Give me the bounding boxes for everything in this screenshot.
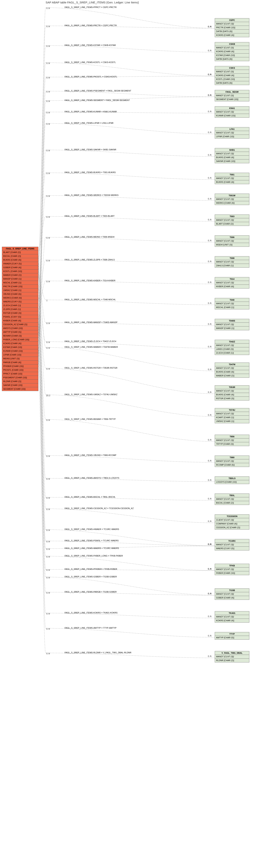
cardinality-right: 0..N	[208, 111, 211, 113]
main-field: FKBER_LONG [CHAR (16)]	[2, 338, 38, 342]
cardinality-left: 0..N	[46, 100, 50, 102]
main-field: RSTGR [CHAR (3)]	[2, 311, 38, 315]
target-field: MANDT [CLNT (3)]	[215, 218, 249, 222]
cardinality-left: 0..N	[46, 529, 50, 531]
main-field: SEGMENT [CHAR (10)]	[2, 387, 38, 391]
target-table: TBSLMANDT [CLNT (3)]BSCHL [CHAR (2)]	[215, 494, 249, 505]
cardinality-right: 0..N	[208, 131, 211, 133]
main-field: HWAER [CUKY (5)]	[2, 262, 38, 266]
target-field: MABER [CHAR (2)]	[215, 374, 249, 377]
relation-label: FAGL_S_SREP_LINE_ITEMS-ZLSPR = T008-ZAHL…	[64, 258, 115, 261]
relation-label: FAGL_S_SREP_LINE_ITEMS-RSTGR = T053R-RST…	[64, 367, 117, 369]
target-table-header: SKB1	[215, 148, 249, 152]
relation-label: FAGL_S_SREP_LINE_ITEMS-AWSYS = TBDLS-LOG…	[64, 477, 119, 479]
main-field: PSEGMENT [CHAR (10)]	[2, 376, 38, 380]
cardinality-right: 0..N	[208, 391, 211, 393]
target-table-header: T014	[215, 277, 249, 281]
target-table-header: TCESSION	[215, 515, 249, 518]
target-table-header: TGSB	[215, 589, 249, 592]
target-field: MANDT [CLNT (3)]	[215, 239, 249, 243]
target-field: UMSKZ [CHAR (1)]	[215, 420, 249, 423]
main-field: WAERS [CUKY (5)]	[2, 300, 38, 304]
target-field: KOART [CHAR (1)]	[215, 416, 249, 420]
target-field: MANDT [CLNT (3)]	[215, 70, 249, 74]
target-field: MANDT [CLNT (3)]	[215, 260, 249, 264]
main-field: UMSKZ [CHAR (1)]	[2, 288, 38, 292]
relation-label: FAGL_S_SREP_LINE_ITEMS-BUKRS = T001-BUKR…	[64, 171, 116, 174]
target-field: MANDT [CLNT (3)]	[215, 131, 249, 135]
target-field: KOKRS [CHAR (4)]	[215, 33, 249, 37]
main-field: KOSTL [CHAR (10)]	[2, 270, 38, 273]
target-field: ZAHLS [CHAR (1)]	[215, 264, 249, 268]
cardinality-left: 0..N	[46, 341, 50, 343]
relation-label: FAGL_S_SREP_LINE_ITEMS-MABER = T047M-MAB…	[64, 346, 118, 348]
target-table: LFA1MANDT [CLNT (3)]LIFNR [CHAR (10)]	[215, 127, 249, 138]
target-table-header: T042Z	[215, 340, 249, 344]
target-field: BUKRS [CHAR (4)]	[215, 180, 249, 184]
target-field: MANDT [CLNT (3)]	[215, 389, 249, 393]
relation-label: FAGL_S_SREP_LINE_ITEMS-PSWSL = TCURC-WAE…	[64, 539, 118, 542]
relation-label: FAGL_S_SREP_LINE_ITEMS-BSCHL = TBSL-BSCH…	[64, 496, 115, 498]
target-field: FKBER [CHAR (16)]	[215, 571, 249, 575]
relation-label: FAGL_S_SREP_LINE_ITEMS-MANSP = T040S-MAN…	[64, 321, 117, 323]
relation-label: FAGL_S_SREP_LINE_ITEMS-SEGMENT = FAGL_SE…	[64, 99, 130, 101]
target-field: MANDT [CLNT (3)]	[215, 94, 249, 98]
cardinality-left: 0..N	[46, 569, 50, 571]
target-table-header: T856	[215, 435, 249, 438]
relation-label: FAGL_S_SREP_LINE_ITEMS-LIFNR = LFA1-LIFN…	[64, 122, 113, 124]
relation-label: FAGL_S_SREP_LINE_ITEMS-VBUND = T880-RCOM…	[64, 454, 116, 456]
target-table-header: TBDLS	[215, 476, 249, 480]
main-field: AWTYP [CHAR (5)]	[2, 330, 38, 334]
target-field: SAKNR [CHAR (10)]	[215, 159, 249, 163]
cardinality-right: 0..N	[208, 593, 211, 595]
target-table: T006MANDT [CLNT (3)]MSEHI [UNIT (3)]	[215, 235, 249, 247]
main-field: GSBER [CHAR (4)]	[2, 266, 38, 270]
cardinality-left: 0..N	[46, 7, 50, 9]
target-field: BUKRS [CHAR (4)]	[215, 370, 249, 374]
relation-label: FAGL_S_SREP_LINE_ITEMS-AWTYP = TTYP-AWTY…	[64, 627, 116, 629]
cardinality-left: 0..N	[46, 368, 50, 370]
target-field: MANDT [CLNT (3)]	[215, 22, 249, 26]
cardinality-right: 0..N	[208, 460, 211, 462]
target-field: MANDT [CLNT (3)]	[215, 366, 249, 370]
target-field: MANDT [CLNT (3)]	[215, 438, 249, 442]
target-table-header: KNA1	[215, 106, 249, 110]
target-field: CLIENT [CLNT (3)]	[215, 518, 249, 522]
cardinality-right: 0..N	[208, 73, 211, 75]
relation-label: FAGL_S_SREP_LINE_ITEMS-UMSKZ = T074U-UMS…	[64, 393, 117, 396]
target-field: MANDT [CLNT (3)]	[215, 655, 249, 659]
target-table-header: LFA1	[215, 127, 249, 131]
main-field: KKBER [CHAR (4)]	[2, 319, 38, 323]
main-field: BSCHL [CHAR (2)]	[2, 254, 38, 258]
target-field: COMPANY [CHAR (4)]	[215, 522, 249, 526]
target-table-header: TCURC	[215, 539, 249, 543]
target-field: MANDT [CLNT (3)]	[215, 344, 249, 347]
target-field: RLDNR [CHAR (2)]	[215, 659, 249, 662]
cardinality-left: 0..N	[46, 628, 50, 630]
target-field: BUKRS [CHAR (4)]	[215, 156, 249, 159]
target-field: MANDT [CLNT (3)]	[215, 567, 249, 571]
target-table: T040SMANDT [CLNT (3)]MANSP [CHAR (1)]	[215, 319, 249, 330]
target-field: GSBER [CHAR (4)]	[215, 596, 249, 599]
cardinality-left: 0..N	[46, 237, 50, 239]
cardinality-left: 0..N	[46, 322, 50, 324]
cardinality-left: 0..N	[46, 112, 50, 114]
cardinality-left: 0..N	[46, 281, 50, 283]
target-table: T008MANDT [CLNT (3)]ZAHLS [CHAR (1)]	[215, 256, 249, 268]
target-table: CSKSMANDT [CLNT (3)]KOKRS [CHAR (4)]KOST…	[215, 66, 249, 85]
cardinality-right: 0..N	[208, 177, 211, 179]
page-title: SAP ABAP table FAGL_S_SREP_LINE_ITEMS {G…	[46, 1, 139, 4]
relation-label: FAGL_S_SREP_LINE_ITEMS-MSCHL = T040-MSCH…	[64, 299, 116, 301]
cardinality-left: 0..N	[46, 478, 50, 480]
cardinality-right: 0..N	[208, 568, 211, 570]
target-field: MANDT [CLNT (3)]	[215, 323, 249, 327]
target-table-header: T001W	[215, 194, 249, 197]
target-field: PRCTR [CHAR (10)]	[215, 26, 249, 30]
target-field: KOKRS [CHAR (4)]	[215, 50, 249, 54]
target-table-header: T040	[215, 298, 249, 302]
target-table: T856MANDT [CLNT (3)]TRTYP [CHAR (3)]	[215, 435, 249, 446]
cardinality-right: 0..N	[208, 635, 211, 637]
cardinality-left: 0..N	[46, 548, 50, 550]
target-field: MANDT [CLNT (3)]	[215, 592, 249, 596]
relation-label: FAGL_S_SREP_LINE_ITEMS-KOKRS = TKA01-KOK…	[64, 612, 117, 614]
